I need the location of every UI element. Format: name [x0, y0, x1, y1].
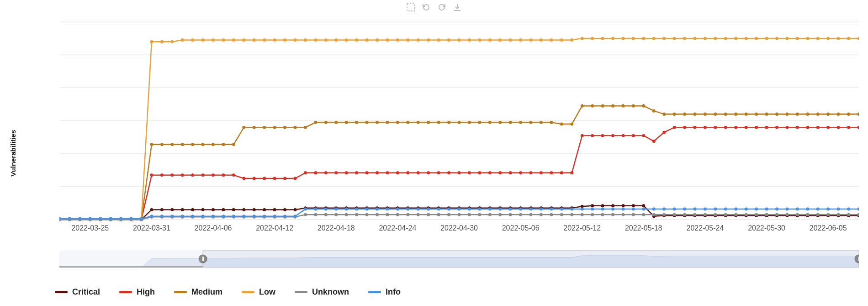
data-point[interactable]	[160, 40, 164, 43]
data-point[interactable]	[519, 121, 522, 124]
data-point[interactable]	[468, 213, 471, 216]
data-point[interactable]	[386, 121, 389, 124]
data-point[interactable]	[632, 213, 635, 216]
data-point[interactable]	[304, 207, 307, 210]
data-point[interactable]	[488, 121, 492, 124]
data-point[interactable]	[488, 207, 492, 210]
data-point[interactable]	[550, 213, 553, 216]
data-point[interactable]	[365, 121, 369, 124]
data-point[interactable]	[806, 126, 809, 129]
data-point[interactable]	[242, 126, 245, 129]
data-point[interactable]	[212, 38, 215, 42]
data-point[interactable]	[714, 37, 717, 40]
data-point[interactable]	[447, 121, 450, 124]
data-point[interactable]	[775, 207, 778, 210]
data-point[interactable]	[181, 173, 184, 177]
data-point[interactable]	[191, 38, 194, 42]
data-point[interactable]	[734, 213, 737, 216]
data-point[interactable]	[509, 171, 512, 174]
data-point[interactable]	[642, 134, 645, 137]
data-point[interactable]	[355, 121, 358, 124]
data-point[interactable]	[478, 38, 481, 42]
data-point[interactable]	[273, 208, 276, 211]
data-point[interactable]	[745, 113, 748, 116]
data-point[interactable]	[540, 121, 543, 124]
data-point[interactable]	[222, 208, 225, 211]
data-point[interactable]	[417, 213, 420, 216]
data-point[interactable]	[253, 215, 256, 218]
data-point[interactable]	[734, 126, 737, 129]
data-point[interactable]	[437, 213, 440, 216]
data-point[interactable]	[745, 213, 748, 216]
data-point[interactable]	[170, 173, 174, 177]
data-point[interactable]	[529, 121, 533, 124]
data-point[interactable]	[601, 213, 604, 216]
data-point[interactable]	[170, 143, 174, 146]
data-point[interactable]	[632, 204, 635, 207]
data-point[interactable]	[304, 126, 307, 129]
data-point[interactable]	[785, 113, 789, 116]
data-point[interactable]	[222, 215, 225, 218]
data-point[interactable]	[755, 213, 758, 216]
data-point[interactable]	[632, 37, 635, 40]
data-point[interactable]	[355, 38, 358, 42]
data-point[interactable]	[591, 207, 594, 210]
data-point[interactable]	[683, 126, 686, 129]
data-point[interactable]	[191, 208, 194, 211]
data-point[interactable]	[294, 126, 297, 129]
data-point[interactable]	[806, 113, 809, 116]
data-point[interactable]	[150, 143, 153, 146]
data-point[interactable]	[283, 38, 286, 42]
data-point[interactable]	[796, 37, 799, 40]
data-point[interactable]	[406, 121, 409, 124]
data-point[interactable]	[704, 207, 707, 210]
data-point[interactable]	[847, 113, 850, 116]
data-point[interactable]	[294, 208, 297, 211]
data-point[interactable]	[314, 207, 317, 210]
data-point[interactable]	[334, 171, 338, 174]
data-point[interactable]	[785, 213, 789, 216]
data-point[interactable]	[714, 213, 717, 216]
data-point[interactable]	[581, 134, 584, 137]
data-point[interactable]	[396, 121, 399, 124]
data-point[interactable]	[263, 215, 266, 218]
data-point[interactable]	[345, 171, 348, 174]
data-point[interactable]	[345, 38, 348, 42]
data-point[interactable]	[273, 177, 276, 180]
data-point[interactable]	[745, 126, 748, 129]
data-point[interactable]	[796, 113, 799, 116]
data-point[interactable]	[509, 213, 512, 216]
data-point[interactable]	[775, 126, 778, 129]
data-point[interactable]	[242, 215, 245, 218]
data-point[interactable]	[201, 143, 205, 146]
data-point[interactable]	[550, 38, 553, 42]
data-point[interactable]	[150, 40, 153, 43]
data-point[interactable]	[437, 207, 440, 210]
data-point[interactable]	[540, 213, 543, 216]
data-point[interactable]	[386, 38, 389, 42]
data-point[interactable]	[775, 37, 778, 40]
data-point[interactable]	[314, 121, 317, 124]
data-point[interactable]	[826, 126, 830, 129]
data-point[interactable]	[673, 213, 676, 216]
data-point[interactable]	[468, 121, 471, 124]
data-point[interactable]	[334, 121, 338, 124]
data-point[interactable]	[498, 171, 502, 174]
data-point[interactable]	[591, 134, 594, 137]
data-point[interactable]	[837, 213, 840, 216]
data-point[interactable]	[611, 104, 614, 107]
data-point[interactable]	[662, 207, 666, 210]
data-point[interactable]	[693, 37, 697, 40]
data-point[interactable]	[765, 126, 768, 129]
data-point[interactable]	[540, 207, 543, 210]
data-point[interactable]	[581, 104, 584, 107]
data-point[interactable]	[468, 207, 471, 210]
data-point[interactable]	[550, 207, 553, 210]
data-point[interactable]	[806, 207, 809, 210]
data-point[interactable]	[652, 109, 656, 113]
data-point[interactable]	[140, 217, 143, 220]
data-point[interactable]	[529, 207, 533, 210]
data-point[interactable]	[826, 207, 830, 210]
data-point[interactable]	[652, 140, 656, 143]
data-point[interactable]	[314, 213, 317, 216]
